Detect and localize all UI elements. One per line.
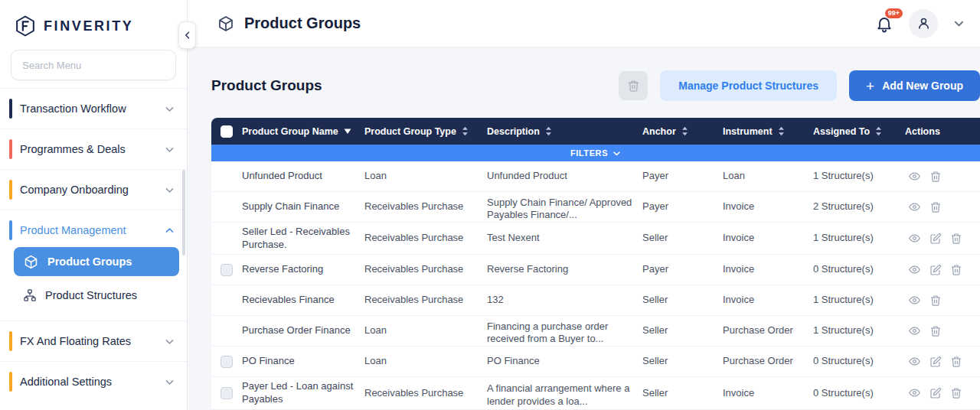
delete-button[interactable] xyxy=(950,387,962,399)
product-groups-table: Product Group NameProduct Group TypeDesc… xyxy=(211,118,980,410)
delete-button[interactable] xyxy=(929,171,942,183)
table-body: Unfunded ProductLoanUnfunded ProductPaye… xyxy=(211,161,980,410)
view-button[interactable] xyxy=(908,324,921,337)
edit-button[interactable] xyxy=(929,233,942,245)
user-avatar[interactable] xyxy=(909,9,938,38)
trash-icon xyxy=(950,387,962,399)
column-label: Product Group Name xyxy=(242,126,338,137)
cell-instrument: Invoice xyxy=(723,229,813,248)
cell-instrument: Invoice xyxy=(723,384,813,403)
edit-button[interactable] xyxy=(929,387,942,399)
cell-anchor: Payer xyxy=(642,260,723,279)
search-input[interactable] xyxy=(11,50,176,80)
notifications-button[interactable]: 99+ xyxy=(875,15,893,33)
filters-toggle[interactable]: FILTERS xyxy=(211,145,980,161)
cell-type: Receivables Purchase xyxy=(364,291,487,310)
sidebar-item-product-management[interactable]: Product Management xyxy=(6,215,181,246)
view-button[interactable] xyxy=(908,200,921,213)
select-all-checkbox[interactable] xyxy=(220,125,233,138)
delete-button[interactable] xyxy=(950,356,962,368)
person-icon xyxy=(916,15,932,31)
edit-button[interactable] xyxy=(929,264,942,276)
row-actions xyxy=(905,324,980,337)
delete-button[interactable] xyxy=(950,264,962,276)
column-header-product-group-name[interactable]: Product Group Name xyxy=(242,126,364,137)
delete-button[interactable] xyxy=(929,201,942,213)
table-row: Purchase Order FinanceLoanFinancing a pu… xyxy=(211,316,980,347)
sort-icon xyxy=(875,126,882,136)
table-row: Payer Led - Loan against PayablesReceiva… xyxy=(211,377,980,409)
row-checkbox[interactable] xyxy=(220,264,233,276)
sidebar-item-fx-and-floating-rates[interactable]: FX And Floating Rates xyxy=(6,326,181,356)
manage-product-structures-button[interactable]: Manage Product Structures xyxy=(660,70,837,101)
cube-icon xyxy=(23,254,39,270)
sidebar-collapse-button[interactable] xyxy=(178,21,196,49)
column-header-description[interactable]: Description xyxy=(487,126,642,137)
trash-icon xyxy=(950,233,962,245)
row-checkbox[interactable] xyxy=(220,387,233,399)
column-label: Product Group Type xyxy=(364,126,456,137)
content-area: Product Groups Manage Product Structures… xyxy=(188,47,980,410)
edit-icon xyxy=(929,233,942,245)
delete-button[interactable] xyxy=(929,325,942,337)
toolbar: Product Groups Manage Product Structures… xyxy=(211,70,980,101)
chevron-down-icon xyxy=(165,337,175,347)
sort-icon xyxy=(545,126,552,136)
view-button[interactable] xyxy=(908,294,921,307)
cell-assigned: 2 Structure(s) xyxy=(813,197,905,216)
trash-icon xyxy=(929,325,942,337)
cell-instrument: Purchase Order xyxy=(723,321,813,340)
column-header-instrument[interactable]: Instrument xyxy=(723,126,813,137)
cell-name: Payer Led - Loan against Payables xyxy=(242,377,364,408)
view-button[interactable] xyxy=(908,170,921,183)
sidebar-item-label: Additional Settings xyxy=(20,376,165,388)
column-label: Instrument xyxy=(723,126,773,137)
eye-icon xyxy=(908,263,921,276)
finverity-logo-icon xyxy=(14,15,37,37)
chevron-down-icon xyxy=(165,104,175,114)
row-actions xyxy=(905,170,980,183)
sidebar-item-transaction-workflow[interactable]: Transaction Workflow xyxy=(6,93,181,124)
account-menu-button[interactable] xyxy=(953,18,965,29)
column-header-assigned-to[interactable]: Assigned To xyxy=(813,126,905,137)
table-row: Reverse FactoringReceivables PurchaseRev… xyxy=(211,255,980,285)
chevron-down-icon xyxy=(165,185,175,195)
cell-assigned: 1 Structure(s) xyxy=(813,229,905,248)
edit-button[interactable] xyxy=(929,356,942,368)
column-header-product-group-type[interactable]: Product Group Type xyxy=(364,126,487,137)
eye-icon xyxy=(908,232,921,245)
delete-button[interactable] xyxy=(950,233,962,245)
cell-description: 132 xyxy=(487,291,642,310)
row-checkbox-cell xyxy=(211,316,242,346)
sidebar-item-label: FX And Floating Rates xyxy=(20,335,165,347)
sidebar-nav: Transaction WorkflowProgrammes & DealsCo… xyxy=(0,88,187,402)
view-button[interactable] xyxy=(908,263,921,276)
sidebar-item-label: Product Structures xyxy=(45,289,137,301)
view-button[interactable] xyxy=(908,355,921,368)
table-row: Unfunded ProductLoanUnfunded ProductPaye… xyxy=(211,161,980,192)
row-actions xyxy=(905,294,980,307)
sidebar-scrollbar[interactable] xyxy=(182,170,185,255)
view-button[interactable] xyxy=(908,232,921,245)
delete-selected-button[interactable] xyxy=(619,71,648,100)
add-new-group-button[interactable]: + Add New Group xyxy=(849,70,980,101)
sidebar-item-additional-settings[interactable]: Additional Settings xyxy=(6,366,181,397)
cell-name: Reverse Factoring xyxy=(242,260,364,279)
sidebar-item-programmes-deals[interactable]: Programmes & Deals xyxy=(6,134,181,164)
sort-icon xyxy=(778,126,785,136)
sidebar-item-product-structures[interactable]: Product Structures xyxy=(14,281,179,310)
cell-instrument: Purchase Order xyxy=(723,352,813,371)
sidebar-item-company-onboarding[interactable]: Company Onboarding xyxy=(6,174,181,205)
cell-instrument: Invoice xyxy=(723,197,813,216)
view-button[interactable] xyxy=(908,386,921,399)
trash-icon xyxy=(929,294,942,307)
cell-description: PO Finance xyxy=(487,352,642,371)
table-row: Seller Led - Receivables Purchase.Receiv… xyxy=(211,223,980,255)
sidebar-item-label: Programmes & Deals xyxy=(20,143,165,155)
sidebar-item-product-groups[interactable]: Product Groups xyxy=(14,247,179,276)
row-actions xyxy=(905,386,980,399)
row-checkbox[interactable] xyxy=(220,356,233,368)
plus-icon: + xyxy=(866,79,874,93)
delete-button[interactable] xyxy=(929,294,942,307)
column-header-anchor[interactable]: Anchor xyxy=(642,126,723,137)
